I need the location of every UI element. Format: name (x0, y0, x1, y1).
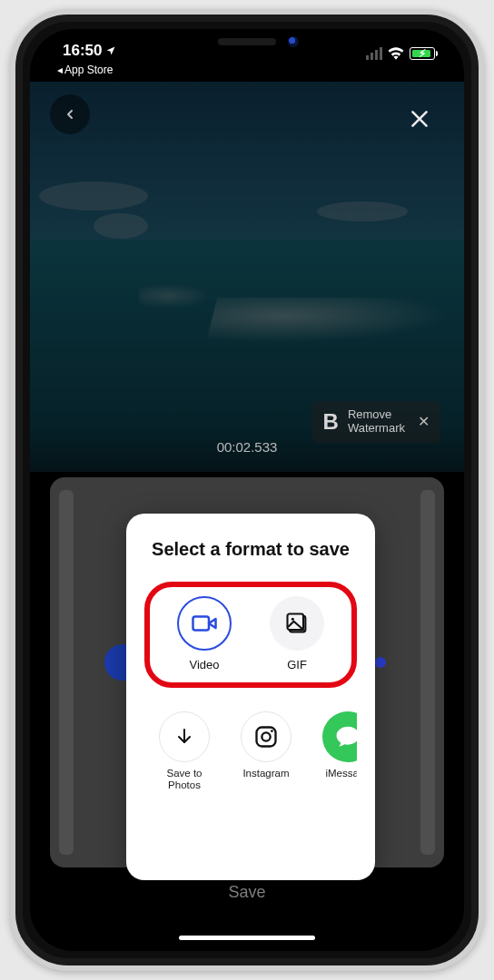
format-gif-label: GIF (287, 658, 307, 671)
format-option-gif[interactable]: GIF (256, 596, 338, 671)
notch (152, 29, 342, 58)
location-icon (105, 45, 116, 56)
volume-up-btn (10, 250, 12, 310)
home-indicator[interactable] (179, 936, 315, 940)
tutorial-highlight: Video GIF (144, 582, 357, 688)
share-instagram-label: Instagram (242, 768, 289, 779)
imessage-icon (334, 723, 357, 750)
close-button[interactable] (408, 107, 431, 134)
video-timestamp: 00:02.533 (30, 439, 464, 455)
cellular-icon (366, 47, 382, 60)
svg-point-9 (262, 732, 270, 740)
share-destinations: Save to Photos Instagram (144, 711, 357, 791)
share-save-label: Save to Photos (151, 768, 218, 791)
wifi-icon (388, 47, 404, 60)
back-button[interactable] (50, 94, 90, 134)
chevron-left-icon (63, 107, 77, 122)
back-to-app-link[interactable]: ◂ App Store (57, 64, 113, 76)
svg-point-6 (291, 618, 294, 621)
share-save-to-photos[interactable]: Save to Photos (150, 711, 219, 791)
background-sheet: Select a format to save Video (50, 477, 444, 867)
svg-rect-2 (193, 617, 210, 631)
instagram-icon (253, 724, 279, 750)
gif-icon (284, 611, 310, 636)
watermark-line2: Watermark (348, 421, 405, 435)
share-imessage-label: iMessage (325, 768, 357, 779)
modal-title: Select a format to save (144, 539, 357, 560)
status-time: 16:50 (63, 42, 102, 60)
svg-point-10 (271, 730, 273, 732)
watermark-brand-icon: B (323, 409, 339, 435)
close-icon (408, 107, 431, 131)
video-icon (191, 610, 218, 637)
watermark-line1: Remove (348, 407, 391, 421)
caret-left-icon: ◂ (57, 64, 63, 76)
format-video-label: Video (189, 658, 219, 671)
background-chip-right (375, 657, 386, 668)
mute-switch (10, 187, 12, 220)
share-instagram[interactable]: Instagram (232, 711, 301, 791)
save-button[interactable]: Save (30, 883, 464, 902)
watermark-close-icon[interactable]: ✕ (418, 413, 430, 430)
phone-device-frame: 16:50 ◂ App Store ⚡︎ (10, 9, 484, 971)
remove-watermark-pill[interactable]: B Remove Watermark ✕ (312, 401, 440, 443)
battery-icon: ⚡︎ (410, 47, 435, 60)
save-format-modal: Select a format to save Video (126, 514, 375, 880)
volume-down-btn (10, 323, 12, 383)
download-icon (173, 726, 195, 748)
back-app-label: App Store (64, 64, 113, 76)
screen: 16:50 ◂ App Store ⚡︎ (30, 29, 464, 951)
power-btn (482, 269, 484, 356)
format-option-video[interactable]: Video (163, 596, 245, 671)
share-imessage[interactable]: iMessage (313, 711, 357, 791)
